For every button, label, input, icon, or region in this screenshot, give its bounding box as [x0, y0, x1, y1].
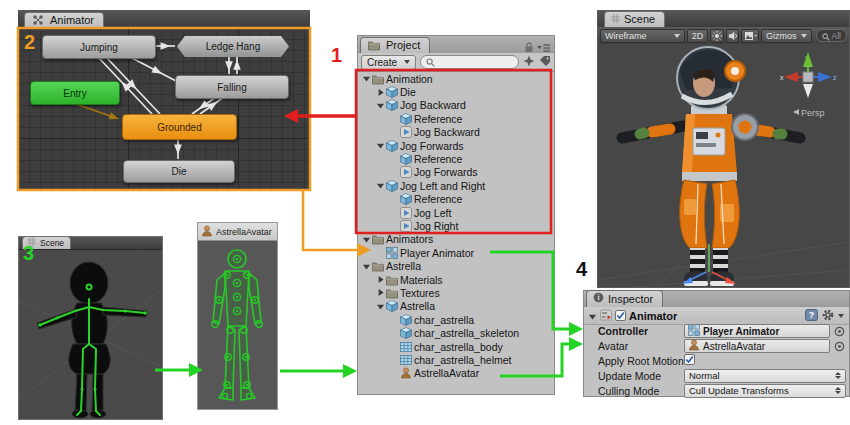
tree-item-label: Animators	[386, 233, 433, 245]
tree-item-animators[interactable]: Animators	[358, 233, 554, 246]
project-search-input[interactable]	[420, 55, 519, 69]
avatar-object-field[interactable]: AstrellaAvatar	[684, 339, 830, 353]
tree-item-jog-left-and-right[interactable]: Jog Left and Right	[358, 179, 554, 192]
tree-item-jog-right[interactable]: Jog Right	[358, 219, 554, 232]
tab-scene-small[interactable]: Scene	[22, 236, 71, 249]
animator-window: Animator JumpingLedge HangFallingEntryGr…	[18, 10, 310, 190]
clip-icon	[399, 207, 412, 219]
tree-item-char-astrella[interactable]: char_astrella	[358, 313, 554, 326]
state-die[interactable]: Die	[123, 160, 235, 183]
tree-item-char-astrella-skeleton[interactable]: char_astrella_skeleton	[358, 326, 554, 339]
animator-component-header[interactable]: Animator ?	[584, 307, 849, 325]
info-icon: i	[593, 292, 604, 305]
foldout-open-icon[interactable]	[375, 302, 385, 311]
foldout-closed-icon[interactable]	[375, 88, 385, 97]
tree-item-jog-forwards[interactable]: Jog Forwards	[358, 166, 554, 179]
culling-mode-dropdown[interactable]: Cull Update Transforms	[684, 384, 846, 398]
tab-scene[interactable]: Scene	[604, 11, 665, 27]
state-machine-graph[interactable]: JumpingLedge HangFallingEntryGroundedDie	[18, 28, 310, 190]
state-label: Jumping	[80, 42, 118, 53]
tree-item-jog-left[interactable]: Jog Left	[358, 206, 554, 219]
foldout-closed-icon[interactable]	[375, 275, 385, 284]
state-entry[interactable]: Entry	[30, 81, 120, 105]
tree-item-reference[interactable]: Reference	[358, 193, 554, 206]
effects-toggle-icon[interactable]	[741, 29, 759, 43]
clip-icon	[399, 166, 412, 178]
favorites-icon[interactable]	[523, 53, 535, 71]
tree-item-astrella[interactable]: Astrella	[358, 259, 554, 272]
tree-item-label: Jog Forwards	[400, 140, 464, 152]
controller-icon	[688, 324, 700, 338]
avatar-preview-window: AstrellaAvatar	[197, 222, 278, 410]
apply-root-motion-checkbox[interactable]	[684, 354, 695, 367]
model-icon	[385, 99, 398, 111]
foldout-open-icon[interactable]	[375, 141, 385, 150]
component-enabled-checkbox[interactable]	[615, 307, 626, 325]
clip-icon	[399, 126, 412, 138]
object-field-value: AstrellaAvatar	[703, 341, 765, 352]
draw-mode-dropdown[interactable]: Wireframe	[600, 29, 685, 43]
tree-item-label: Jog Right	[414, 220, 458, 232]
wireframe-character[interactable]	[19, 249, 162, 419]
foldout-open-icon[interactable]	[375, 181, 385, 190]
scene-tab-icon	[27, 237, 36, 248]
update-mode-dropdown[interactable]: Normal	[684, 369, 846, 383]
foldout-open-icon[interactable]	[361, 235, 371, 244]
model-icon	[399, 314, 412, 326]
foldout-open-icon[interactable]	[361, 74, 371, 83]
2d-toggle-button[interactable]: 2D	[687, 29, 709, 43]
scene-orientation-gizmo[interactable]: x y z Persp	[779, 50, 837, 122]
tree-item-textures[interactable]: Textures	[358, 286, 554, 299]
tab-animator[interactable]: Animator	[24, 12, 104, 28]
tree-item-animation[interactable]: Animation	[358, 72, 554, 85]
create-button[interactable]: Create	[361, 55, 416, 70]
foldout-open-icon[interactable]	[361, 262, 371, 271]
tree-item-astrellaavatar[interactable]: AstrellaAvatar	[358, 367, 554, 380]
state-ledge-hang[interactable]: Ledge Hang	[177, 36, 289, 57]
tree-item-astrella[interactable]: Astrella	[358, 300, 554, 313]
foldout-open-icon[interactable]	[375, 101, 385, 110]
tree-item-materials[interactable]: Materials	[358, 273, 554, 286]
scene-viewport[interactable]: x y z Persp	[598, 44, 849, 287]
dropdown-value: Cull Update Transforms	[689, 385, 789, 396]
tree-item-char-astrella-helmet[interactable]: char_astrella_helmet	[358, 353, 554, 366]
controller-object-field[interactable]: Player Animator	[684, 324, 830, 338]
object-picker-icon[interactable]	[834, 341, 845, 352]
foldout-icon[interactable]	[588, 307, 597, 325]
tab-project[interactable]: Project	[360, 37, 430, 53]
tree-item-reference[interactable]: Reference	[358, 152, 554, 165]
folder-icon	[371, 233, 384, 245]
object-picker-icon[interactable]	[834, 326, 845, 337]
gizmos-dropdown[interactable]: Gizmos	[761, 29, 812, 43]
state-falling[interactable]: Falling	[175, 75, 289, 99]
tree-item-label: char_astrella_skeleton	[414, 327, 519, 339]
model-icon	[385, 180, 398, 192]
project-tabbar: Project	[358, 36, 554, 54]
foldout-closed-icon[interactable]	[375, 288, 385, 297]
gear-icon[interactable]	[822, 307, 834, 325]
inspector-row-avatar: AvatarAstrellaAvatar	[584, 339, 849, 354]
tree-item-reference[interactable]: Reference	[358, 112, 554, 125]
state-jumping[interactable]: Jumping	[42, 35, 156, 59]
tree-item-jog-backward[interactable]: Jog Backward	[358, 99, 554, 112]
tree-item-label: char_astrella_body	[414, 341, 503, 353]
tree-item-char-astrella-body[interactable]: char_astrella_body	[358, 340, 554, 353]
scene-search-input[interactable]: All	[816, 29, 847, 42]
lighting-toggle-icon[interactable]	[710, 29, 724, 43]
chevron-down-icon	[838, 314, 844, 318]
tree-item-die[interactable]: Die	[358, 85, 554, 98]
audio-toggle-icon[interactable]	[726, 29, 740, 43]
chevron-down-icon	[674, 34, 680, 38]
avatar-mapping-figure[interactable]	[198, 240, 277, 409]
tree-item-player-animator[interactable]: Player Animator	[358, 246, 554, 259]
state-grounded[interactable]: Grounded	[122, 114, 237, 140]
tree-item-jog-backward[interactable]: Jog Backward	[358, 126, 554, 139]
tab-inspector[interactable]: i Inspector	[586, 290, 663, 307]
project-panel: Project Create AnimationDieJog BackwardR…	[357, 35, 555, 395]
tree-item-jog-forwards[interactable]: Jog Forwards	[358, 139, 554, 152]
tree-item-label: Reference	[414, 153, 462, 165]
help-icon[interactable]: ?	[805, 307, 818, 325]
tree-item-label: Player Animator	[400, 247, 474, 259]
label-icon[interactable]	[539, 53, 551, 71]
field-label: Avatar	[598, 340, 684, 352]
